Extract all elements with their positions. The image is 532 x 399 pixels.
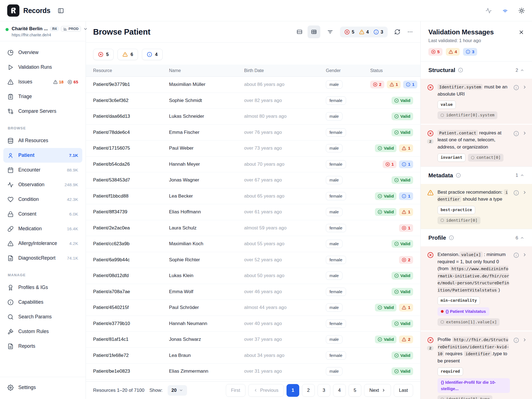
sidebar-item-allergyintolerance[interactable]: AllergyIntolerance4.2K [3,236,82,251]
last-page-button[interactable]: Last [394,384,413,397]
table-view-button[interactable] [308,25,320,38]
close-icon[interactable] [518,29,524,35]
activity-status-icon[interactable] [485,7,492,14]
filter-chip-info[interactable]: 4 [142,49,162,60]
refresh-icon[interactable] [394,29,400,35]
issue-count-badges: 1865 [53,80,78,84]
filter-chip-error[interactable]: 5 [93,49,114,60]
sidebar-item-validation-runs[interactable]: Validation Runs [3,60,82,75]
table-row[interactable]: Patient/daa66d13Lukas Schneideralmost 80… [86,109,420,125]
sidebar-item-all-resources[interactable]: All Resources [3,133,82,148]
rule-tag[interactable]: best-practice [438,206,475,214]
sidebar-item-settings[interactable]: Settings [3,380,82,395]
table-row[interactable]: Patient/3c6ef362Sophie Schmidtover 82 ye… [86,93,420,109]
page-button-2[interactable]: 2 [302,384,315,397]
warning-count-badge: 2 [399,336,413,343]
valid-badge: Valid [375,304,397,311]
sidebar-item-triage[interactable]: Triage [3,89,82,104]
rule-tag[interactable]: value [438,101,456,109]
table-row[interactable]: Patient/08d12dfdLukas Kleinabout 50 year… [86,268,420,284]
filter-icon[interactable] [327,29,333,35]
table-row[interactable]: Patient/78dde6c4Emma Fischerover 76 year… [86,125,420,141]
rule-tag[interactable]: required [438,367,463,376]
table-row[interactable]: Patient/17156075Paul Weberover 73 years … [86,140,420,157]
sidebar-item-encounter[interactable]: Encounter88.9K [3,163,82,177]
sidebar-item-consent[interactable]: Consent6.0K [3,207,82,221]
table-row[interactable]: Patient/2e2ac0eaLaura Schulzalmost 59 ye… [86,220,420,236]
page-button-4[interactable]: 4 [333,384,346,397]
page-button-1[interactable]: 1 [287,384,299,397]
table-row[interactable]: Patient/8ff34739Elias Hoffmannover 61 ye… [86,204,420,220]
column-header-resource[interactable]: Resource [93,68,169,73]
sidebar-item-overview[interactable]: Overview [3,45,82,60]
badge-label: 1 [408,209,410,214]
valid-icon [394,114,399,119]
rule-tag[interactable]: identifier[0] [438,217,480,224]
triangle-icon [7,79,14,85]
page-button-3[interactable]: 3 [318,384,330,397]
validation-message-card[interactable]: Identifier.system must be an absolute UR… [421,79,532,124]
column-header-name[interactable]: Name [169,68,244,73]
sidebar-item-condition[interactable]: Condition42.3K [3,192,82,207]
rule-tag[interactable]: extension[1].value[x] [438,318,500,326]
table-row[interactable]: Patient/1fe68e72Lea Braunabout 34 years … [86,348,420,364]
theme-toggle-icon[interactable] [518,7,525,14]
gender-cell: male [326,303,370,312]
column-header-birth-date[interactable]: Birth Date [244,68,326,73]
server-selector[interactable]: Charité Berlin ... R4 PROD https://fhir.… [0,21,86,41]
page-button-5[interactable]: 5 [349,384,361,397]
table-row[interactable]: Patient/a708a7aeEmma Wolfover 46 years a… [86,284,420,300]
page-size-select[interactable]: 20 [168,385,187,396]
sidebar-item-medication[interactable]: Medication16.4K [3,221,82,236]
previous-page-button[interactable]: Previous [248,384,284,397]
sidebar-item-capabilities[interactable]: Capabilities [3,295,82,310]
sidebar-item-reports[interactable]: Reports [3,339,82,354]
rule-tag[interactable]: invariant [438,154,466,162]
sidebar-toggle-icon[interactable] [58,7,64,14]
list-view-button[interactable] [293,25,306,38]
rule-tag[interactable]: identifier[0].system [438,111,497,119]
sidebar-item-profiles-igs[interactable]: Profiles & IGs [3,280,82,295]
count-value: 5 [352,29,354,35]
next-page-button[interactable]: Next [364,384,391,397]
rule-tag[interactable]: min-cardinality [438,296,480,305]
table-row[interactable]: Patient/be1e0823Elias Zimmermannover 31 … [86,364,420,380]
table-row[interactable]: Patient/cc623a9bMaximilian Kochabout 55 … [86,236,420,252]
column-header-status[interactable]: Status [370,68,413,73]
sidebar-item-search-params[interactable]: Search Params [3,310,82,324]
rule-tag[interactable]: contact[0] [468,154,503,162]
table-row[interactable]: Patient/b54cda26Hannah Meyerabout 70 yea… [86,157,420,173]
sidebar-item-issues[interactable]: Issues1865 [3,75,82,89]
count-value: 3 [381,29,383,35]
validation-counts-pill[interactable]: 543 [340,27,388,37]
wifi-status-icon[interactable] [502,7,508,14]
validation-message-card[interactable]: Extension.value[x] : minimum required = … [421,246,532,331]
message-text: Patient.contact requires at least one of… [438,129,510,162]
table-row[interactable]: Patient/e3779b10Hannah Neumannover 40 ye… [86,316,420,332]
first-page-button[interactable]: First [226,384,245,397]
sidebar-item-custom-rules[interactable]: Custom Rules [3,324,82,339]
validation-message-card[interactable]: Best practice recommendation: identifier… [421,184,532,229]
validation-message-card[interactable]: 2Patient.contact requires at least one o… [421,125,532,167]
sidebar-item-compare-servers[interactable]: Compare Servers [3,104,82,119]
profile-tag[interactable]: {} Identifier-Profil für die 10-stellige… [438,378,510,393]
table-row[interactable]: Patient/f1bbcd88Lea Beckerabout 65 years… [86,188,420,204]
sidebar-item-label: Validation Runs [18,64,52,70]
filter-chip-warning[interactable]: 6 [117,49,138,60]
sidebar-item-diagnosticreport[interactable]: DiagnosticReport74.1K [3,251,82,265]
gender-cell: female [326,288,370,296]
validation-message-card[interactable]: 2Profile http://fhir.de/StructureDefinit… [421,331,532,399]
table-row[interactable]: Patient/4540215fPaul Schröderalmost 44 y… [86,300,420,316]
more-options-icon[interactable] [407,29,413,35]
occurrence-count: 2 [427,139,434,144]
table-row[interactable]: Patient/9e3779b1Maximilian Müllerabout 8… [86,77,420,93]
profile-tag[interactable]: {} Patient Vitalstatus [438,307,489,316]
table-row[interactable]: Patient/81af14c1Jonas Schwarzover 37 yea… [86,332,420,348]
rule-tag[interactable]: identifier[0].type [438,395,492,399]
column-header-gender[interactable]: Gender [326,68,370,73]
table-row[interactable]: Patient/538453d7Jonas Wagnerover 67 year… [86,172,420,188]
sidebar-item-patient[interactable]: Patient7.1K [3,148,82,163]
sidebar-item-observation[interactable]: Observation248.9K [3,177,82,192]
table-row[interactable]: Patient/6a99b44cSophie Richterover 52 ye… [86,252,420,268]
gender-cell: male [326,208,370,216]
